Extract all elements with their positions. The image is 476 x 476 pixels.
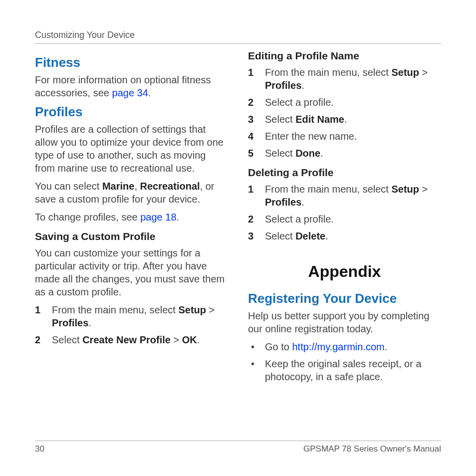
profiles-para3-pre: To change profiles, see — [35, 212, 140, 223]
bold-delete: Delete — [295, 231, 325, 241]
editing-step3-post: . — [344, 114, 347, 125]
deleting-step-2: Select a profile. — [248, 213, 441, 226]
bold-profiles: Profiles — [265, 197, 301, 208]
saving-step2-gt: > — [171, 334, 182, 345]
saving-step-1: From the main menu, select Setup > Profi… — [35, 303, 228, 329]
right-column: Editing a Profile Name From the main men… — [248, 50, 441, 388]
link-my-garmin[interactable]: http://my.garmin.com — [292, 341, 384, 352]
editing-step-3: Select Edit Name. — [248, 113, 441, 126]
profiles-para2-pre: You can select — [35, 181, 102, 192]
editing-step-1: From the main menu, select Setup > Profi… — [248, 66, 441, 92]
saving-step-2: Select Create New Profile > OK. — [35, 333, 228, 346]
heading-profiles: Profiles — [35, 104, 228, 120]
editing-step-2: Select a profile. — [248, 96, 441, 109]
fitness-text-post: . — [148, 87, 151, 98]
editing-step5-pre: Select — [265, 148, 295, 159]
editing-step5-post: . — [320, 148, 323, 159]
registering-b1-post: . — [385, 341, 388, 352]
saving-intro: You can customize your settings for a pa… — [35, 246, 228, 298]
saving-step2-post: . — [197, 334, 200, 345]
doc-title: GPSMAP 78 Series Owner's Manual — [303, 444, 441, 454]
bold-recreational: Recreational — [140, 181, 200, 192]
deleting-steps: From the main menu, select Setup > Profi… — [248, 183, 441, 242]
heading-saving-custom-profile: Saving a Custom Profile — [35, 231, 228, 242]
profiles-comma1: , — [134, 181, 140, 192]
editing-steps: From the main menu, select Setup > Profi… — [248, 66, 441, 160]
registering-bullet-1: Go to http://my.garmin.com. — [248, 340, 441, 353]
editing-step1-post: . — [301, 80, 304, 91]
registering-bullet-2: Keep the original sales receipt, or a ph… — [248, 357, 441, 383]
registering-b1-pre: Go to — [265, 341, 292, 352]
deleting-step-1: From the main menu, select Setup > Profi… — [248, 183, 441, 209]
bold-edit-name: Edit Name — [295, 114, 344, 125]
deleting-step3-pre: Select — [265, 231, 295, 241]
deleting-step1-post: . — [301, 197, 304, 208]
bold-profiles: Profiles — [52, 317, 88, 328]
link-page-18[interactable]: page 18 — [140, 212, 176, 223]
profiles-para3: To change profiles, see page 18. — [35, 211, 228, 224]
registering-intro: Help us better support you by completing… — [248, 309, 441, 335]
bold-profiles: Profiles — [265, 80, 301, 91]
bold-marine: Marine — [102, 181, 134, 192]
deleting-step-3: Select Delete. — [248, 230, 441, 242]
editing-step-5: Select Done. — [248, 147, 441, 160]
editing-step1-gt: > — [419, 67, 428, 78]
saving-step2-pre: Select — [52, 334, 82, 345]
heading-appendix: Appendix — [248, 262, 441, 281]
editing-step1-pre: From the main menu, select — [265, 67, 391, 78]
saving-steps: From the main menu, select Setup > Profi… — [35, 303, 228, 346]
deleting-step3-post: . — [325, 231, 328, 241]
saving-step1-pre: From the main menu, select — [52, 304, 178, 315]
registering-bullets: Go to http://my.garmin.com. Keep the ori… — [248, 340, 441, 383]
bold-ok: OK — [182, 334, 197, 345]
running-header: Customizing Your Device — [35, 30, 441, 40]
page-footer: 30 GPSMAP 78 Series Owner's Manual — [35, 441, 441, 454]
footer-rule — [35, 441, 441, 441]
heading-editing-profile-name: Editing a Profile Name — [248, 50, 441, 62]
deleting-step1-gt: > — [419, 184, 428, 195]
editing-step3-pre: Select — [265, 114, 295, 125]
heading-fitness: Fitness — [35, 55, 228, 70]
saving-step1-post: . — [88, 317, 91, 328]
link-page-34[interactable]: page 34 — [112, 87, 148, 98]
fitness-paragraph: For more information on optional fitness… — [35, 73, 228, 99]
bold-setup: Setup — [178, 304, 206, 315]
editing-step-4: Enter the new name. — [248, 130, 441, 143]
heading-deleting-profile: Deleting a Profile — [248, 167, 441, 179]
bold-setup: Setup — [391, 184, 419, 195]
deleting-step1-pre: From the main menu, select — [265, 184, 391, 195]
left-column: Fitness For more information on optional… — [35, 50, 228, 388]
profiles-para3-post: . — [177, 212, 180, 223]
page-number: 30 — [35, 444, 44, 454]
heading-registering-device: Registering Your Device — [248, 291, 441, 306]
content-columns: Fitness For more information on optional… — [35, 50, 441, 388]
bold-done: Done — [295, 148, 320, 159]
profiles-para2: You can select Marine, Recreational, or … — [35, 180, 228, 206]
header-rule — [35, 43, 441, 44]
bold-setup: Setup — [391, 67, 419, 78]
saving-step1-gt: > — [206, 304, 215, 315]
profiles-para1: Profiles are a collection of settings th… — [35, 123, 228, 175]
bold-create-new-profile: Create New Profile — [82, 334, 171, 345]
